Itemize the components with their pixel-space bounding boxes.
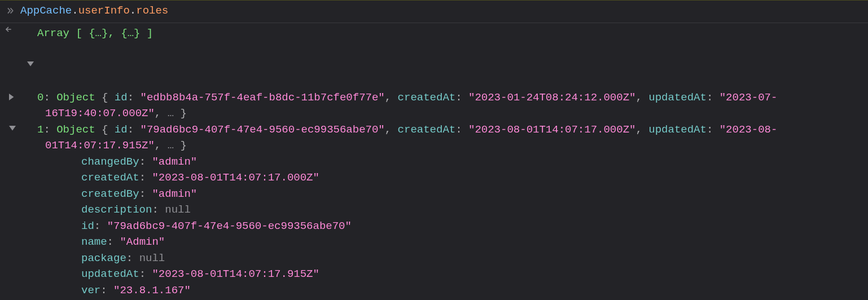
object-word: Object: [56, 91, 95, 104]
prop-row: createdBy: "admin": [5, 186, 863, 202]
twisty-right-icon[interactable]: [27, 90, 37, 106]
twisty-down-icon[interactable]: [27, 122, 37, 138]
object-word: Object: [56, 123, 95, 136]
prop-row: changedBy: "admin": [5, 154, 863, 170]
array-summary: Array [ {…}, {…} ]: [37, 25, 153, 42]
array-item-0[interactable]: 0: Object { id: "edbb8b4a-757f-4eaf-b8dc…: [5, 90, 863, 122]
prop-row: createdAt: "2023-08-01T14:07:17.000Z": [5, 170, 863, 186]
svg-marker-2: [9, 94, 14, 100]
result-summary-row[interactable]: Array [ {…}, {…} ]: [5, 25, 863, 90]
prop-row: id: "79ad6bc9-407f-47e4-9560-ec99356abe7…: [5, 218, 863, 235]
input-prompt-icon: [5, 3, 16, 19]
twisty-down-icon[interactable]: [27, 25, 37, 90]
item-index: 0: [37, 91, 43, 104]
console-input-text[interactable]: AppCache.userInfo.roles: [20, 3, 168, 19]
console-input-row: AppCache.userInfo.roles: [0, 0, 868, 23]
array-item-1[interactable]: 1: Object { id: "79ad6bc9-407f-47e4-9560…: [5, 122, 863, 154]
item-index: 1: [37, 123, 43, 136]
output-back-icon[interactable]: [5, 25, 27, 33]
prop-row: name: "Admin": [5, 234, 863, 250]
prop-row: package: null: [5, 250, 863, 267]
prop-row: description: null: [5, 202, 863, 218]
svg-marker-1: [27, 61, 34, 66]
prop-row: updatedAt: "2023-08-01T14:07:17.915Z": [5, 266, 863, 283]
console-output: Array [ {…}, {…} ] 0: Object { id: "edbb…: [0, 23, 868, 301]
prop-row: ver: "23.8.1.167": [5, 283, 863, 299]
svg-marker-3: [9, 126, 16, 130]
